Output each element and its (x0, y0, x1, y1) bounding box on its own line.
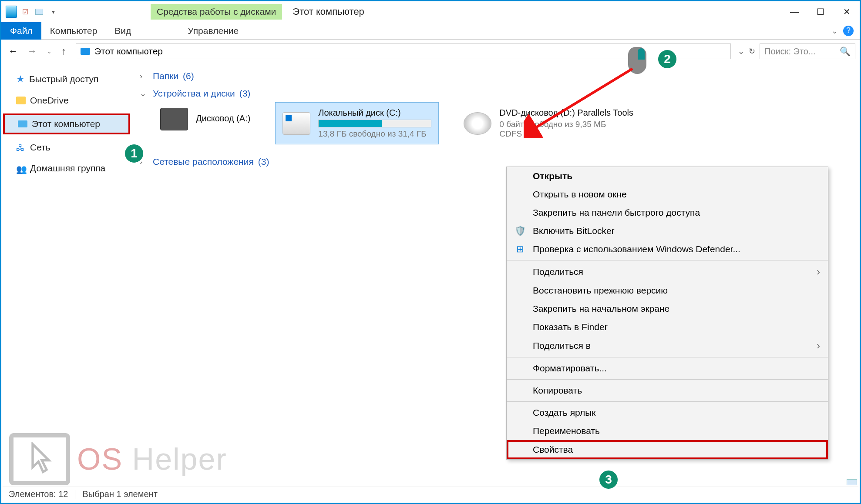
tab-computer[interactable]: Компьютер (41, 22, 106, 40)
svg-line-0 (532, 69, 632, 130)
ctx-copy[interactable]: Копировать (507, 381, 828, 400)
pc-icon (18, 120, 27, 127)
ctx-rename[interactable]: Переименовать (507, 422, 828, 440)
dvd-icon (464, 112, 491, 135)
refresh-button[interactable]: ↻ (749, 47, 755, 56)
hdd-icon (283, 112, 310, 135)
chevron-right-icon: › (817, 340, 820, 352)
chevron-right-icon: › (140, 72, 148, 81)
annotation-badge-3: 3 (598, 469, 619, 491)
address-text: Этот компьютер (94, 46, 163, 57)
search-icon: 🔍 (840, 46, 851, 57)
sidebar-network[interactable]: 🖧Сеть (3, 140, 130, 155)
recent-dropdown-icon[interactable]: ⌄ (44, 46, 54, 57)
status-selection: Выбран 1 элемент (82, 489, 157, 499)
ctx-pin-quick-access[interactable]: Закрепить на панели быстрого доступа (507, 204, 828, 222)
drive-floppy[interactable]: Дисковод (A:) (153, 102, 258, 136)
folder-icon (16, 97, 26, 104)
ctx-properties[interactable]: Свойства (507, 440, 828, 459)
qat-dropdown-icon[interactable]: ▾ (47, 8, 59, 15)
ctx-defender[interactable]: ⊞Проверка с использованием Windows Defen… (507, 240, 828, 258)
forward-button[interactable]: → (25, 44, 40, 59)
address-pc-icon (81, 48, 90, 55)
up-button[interactable]: ↑ (59, 44, 69, 59)
defender-icon: ⊞ (515, 244, 526, 255)
address-actions: ⌄ ↻ (738, 47, 755, 56)
quick-access-toolbar: ☑ ▾ (1, 1, 64, 22)
sidebar-this-pc[interactable]: Этот компьютер (3, 113, 130, 134)
tab-view[interactable]: Вид (106, 22, 140, 40)
explorer-icon[interactable] (6, 6, 17, 17)
view-icon[interactable] (847, 479, 857, 485)
navigation-pane: ★Быстрый доступ OneDrive Этот компьютер … (1, 63, 132, 487)
network-icon: 🖧 (16, 143, 26, 152)
homegroup-icon: 👥 (16, 164, 26, 173)
properties-qat-icon[interactable]: ☑ (20, 6, 31, 17)
minimize-button[interactable]: — (781, 1, 807, 22)
chevron-right-icon: › (817, 266, 820, 278)
annotation-badge-1: 1 (123, 143, 145, 164)
group-folders[interactable]: › Папки (6) (140, 67, 852, 85)
navigation-bar: ← → ⌄ ↑ Этот компьютер ⌄ ↻ Поиск: Это...… (1, 40, 860, 63)
drive-c-usage-bar (318, 120, 431, 127)
drive-local-c[interactable]: Локальный диск (C:) 13,8 ГБ свободно из … (275, 102, 439, 144)
search-placeholder: Поиск: Это... (764, 47, 816, 57)
sidebar-homegroup[interactable]: 👥Домашняя группа (3, 160, 130, 176)
chevron-down-icon: ⌄ (140, 89, 148, 98)
window-title: Этот компьютер (293, 6, 364, 17)
tab-manage[interactable]: Управление (179, 22, 247, 40)
floppy-icon (160, 108, 188, 130)
ctx-share-in[interactable]: Поделиться в› (507, 336, 828, 355)
group-devices[interactable]: ⌄ Устройства и диски (3) (140, 85, 852, 102)
ctx-show-in-finder[interactable]: Показать в Finder (507, 318, 828, 336)
sidebar-quick-access[interactable]: ★Быстрый доступ (3, 71, 130, 87)
back-button[interactable]: ← (6, 44, 20, 59)
cursor-icon (9, 433, 70, 485)
ctx-create-shortcut[interactable]: Создать ярлык (507, 404, 828, 422)
maximize-button[interactable]: ☐ (807, 1, 834, 22)
title-bar: ☑ ▾ Средства работы с дисками Этот компь… (1, 1, 860, 22)
shield-icon: 🛡️ (515, 225, 526, 237)
status-item-count: Элементов: 12 (9, 489, 68, 499)
close-button[interactable]: ✕ (834, 1, 860, 22)
ctx-format[interactable]: Форматировать... (507, 359, 828, 377)
context-menu: Открыть Открыть в новом окне Закрепить н… (506, 167, 828, 460)
ctx-restore-previous[interactable]: Восстановить прежнюю версию (507, 281, 828, 300)
ctx-open-new-window[interactable]: Открыть в новом окне (507, 185, 828, 204)
ribbon-tabs: Файл Компьютер Вид Управление ⌄ ? (1, 22, 860, 40)
sidebar-onedrive[interactable]: OneDrive (3, 93, 130, 108)
ctx-open[interactable]: Открыть (507, 167, 828, 185)
search-input[interactable]: Поиск: Это... 🔍 (760, 43, 855, 59)
annotation-arrow (524, 64, 637, 138)
ctx-share[interactable]: Поделиться› (507, 262, 828, 281)
ribbon-collapse-icon[interactable]: ⌄ (831, 26, 838, 36)
star-icon: ★ (16, 73, 25, 85)
ctx-pin-start[interactable]: Закрепить на начальном экране (507, 300, 828, 318)
new-folder-qat-icon[interactable] (34, 6, 45, 17)
ctx-bitlocker[interactable]: 🛡️Включить BitLocker (507, 222, 828, 240)
watermark-logo: OS Helper (9, 433, 227, 485)
help-icon[interactable]: ? (843, 26, 854, 36)
annotation-badge-2: 2 (656, 48, 678, 70)
context-tab-header: Средства работы с дисками (151, 4, 282, 20)
address-dropdown-icon[interactable]: ⌄ (738, 47, 744, 56)
tab-file[interactable]: Файл (1, 22, 41, 40)
status-bar: Элементов: 12 Выбран 1 элемент (3, 487, 858, 501)
